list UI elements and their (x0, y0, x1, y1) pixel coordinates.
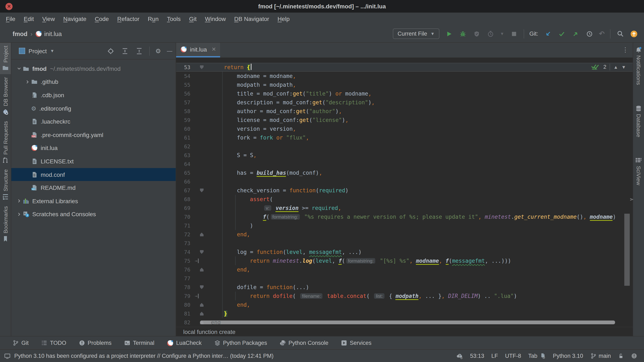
select-opened-file-button[interactable] (106, 47, 115, 55)
code-line-62[interactable]: 62 (176, 142, 633, 151)
code-line-74[interactable]: 74 log = function(level, messagefmt, ...… (176, 248, 633, 256)
profiler-button[interactable] (486, 29, 494, 38)
code-line-56[interactable]: 56 title = mod_conf:get("title") or modn… (176, 89, 633, 98)
panel-settings-gear-icon[interactable]: ⚙ (155, 47, 161, 55)
tool-stripe-bookmarks[interactable]: Bookmarks (0, 203, 11, 245)
inspections-widget[interactable]: 2 ▲ ▼ (591, 63, 626, 70)
fold-marker[interactable] (199, 65, 204, 69)
menu-refactor[interactable]: Refactor (113, 15, 144, 22)
run-with-coverage-button[interactable] (472, 29, 481, 38)
tool-button-luacheck[interactable]: LuaCheck (167, 340, 202, 346)
fold-marker[interactable] (199, 268, 204, 272)
interpreter-widget[interactable]: Python 3.10 (553, 353, 583, 359)
event-log-icon[interactable] (4, 353, 10, 359)
run-configuration-select[interactable]: Current File▼ (393, 28, 439, 39)
code-line-61[interactable]: 61 fork = fork or "flux", (176, 133, 633, 142)
code-line-72[interactable]: 72 end, (176, 230, 633, 239)
tool-stripe-notifications[interactable]: Notifications (633, 43, 644, 88)
tree-item-external-libraries[interactable]: External Libraries (11, 194, 176, 208)
tree-item-editorconfig[interactable]: ⚙ .editorconfig (11, 102, 176, 115)
tool-stripe-project[interactable]: Project (0, 43, 11, 74)
code-line-68[interactable]: 68 assert( (176, 195, 633, 204)
tool-stripe-structure[interactable]: Structure (0, 166, 11, 203)
tab-init-lua[interactable]: init.lua ✕ (176, 43, 220, 57)
tool-button-problems[interactable]: Problems (79, 340, 112, 346)
code-line-59[interactable]: 59 license = mod_conf:get("license"), (176, 116, 633, 124)
code-line-69[interactable]: 69 v: version >= required, (176, 204, 633, 212)
code-line-58[interactable]: 58 author = mod_conf:get("author"), (176, 107, 633, 116)
code-line-63[interactable]: 63 S = S, (176, 151, 633, 160)
code-line-66[interactable]: 66 (176, 177, 633, 186)
tool-button-python-packages[interactable]: Python Packages (214, 340, 267, 346)
code-line-73[interactable]: 73 (176, 239, 633, 248)
debug-button[interactable] (458, 29, 467, 38)
git-branch-widget[interactable]: main (590, 353, 611, 359)
menu-code[interactable]: Code (90, 15, 113, 22)
code-line-81[interactable]: 81 } (176, 309, 633, 318)
code-line-54[interactable]: 54 modname = modname, (176, 72, 633, 80)
tool-button-git[interactable]: Git (12, 340, 29, 346)
code-line-75[interactable]: 75 → return minetest.log(level, f(format… (176, 256, 633, 265)
fold-marker[interactable] (199, 285, 204, 289)
indent-widget[interactable]: Tab ⚙ (528, 353, 546, 359)
tree-item-fmod[interactable]: fmod ~/.minetest/mods.dev/fmod (11, 62, 176, 75)
git-push-button[interactable] (571, 29, 580, 38)
tool-stripe-pull-requests[interactable]: Pull Requests (0, 118, 11, 166)
code-line-70[interactable]: 70 f(formatstring: "%s requires a newer … (176, 212, 633, 221)
search-everywhere-button[interactable] (616, 29, 624, 38)
menu-view[interactable]: View (38, 15, 59, 22)
tree-item-readme-md[interactable]: MD README.md (11, 181, 176, 194)
menu-run[interactable]: Run (144, 15, 163, 22)
collapse-all-button[interactable] (135, 47, 143, 55)
code-line-60[interactable]: 60 version = version, (176, 124, 633, 133)
code-line-76[interactable]: 76 end, (176, 265, 633, 274)
prev-problem-chevron-up-icon[interactable]: ▲ (614, 64, 618, 69)
code-line-55[interactable]: 55 modpath = modpath, (176, 80, 633, 89)
menu-help[interactable]: Help (273, 15, 294, 22)
code-line-64[interactable]: 64 (176, 160, 633, 168)
fold-marker[interactable] (199, 189, 204, 192)
git-commit-button[interactable] (558, 29, 566, 38)
code-line-53[interactable]: 53 return { (176, 63, 633, 72)
lock-open-icon[interactable] (618, 353, 624, 359)
expand-all-button[interactable] (120, 47, 129, 55)
next-problem-chevron-down-icon[interactable]: ▼ (621, 64, 626, 69)
menu-edit[interactable]: Edit (20, 15, 38, 22)
tree-item-license-txt[interactable]: LICENSE.txt (11, 155, 176, 168)
menu-tools[interactable]: Tools (163, 15, 185, 22)
encoding-widget[interactable]: UTF-8 (505, 353, 521, 359)
run-button[interactable] (445, 29, 453, 38)
vertical-scrollbar[interactable] (624, 214, 630, 286)
caret-position-widget[interactable]: 53:13 (470, 353, 484, 359)
code-line-67[interactable]: 67 check_version = function(required) (176, 186, 633, 195)
ai-assistant-icon[interactable]: ?⚙ (456, 353, 463, 359)
tree-item-luacheckrc[interactable]: .luacheckrc (11, 115, 176, 128)
editor-breadcrumb[interactable]: local function create (176, 327, 633, 336)
code-line-78[interactable]: 78 dofile = function(...) (176, 283, 633, 292)
breadcrumb-file[interactable]: init.lua (36, 30, 62, 37)
tool-button-todo[interactable]: TODO (41, 340, 66, 346)
menu-db-navigator[interactable]: DB Navigator (230, 15, 273, 22)
code-line-65[interactable]: 65 has = build_has(mod_conf), (176, 168, 633, 177)
hide-panel-button[interactable]: — (167, 48, 172, 54)
menu-navigate[interactable]: Navigate (59, 15, 91, 22)
fold-marker[interactable] (199, 303, 204, 307)
tree-item-scratches-and-consoles[interactable]: Scratches and Consoles (11, 208, 176, 221)
line-ending-widget[interactable]: LF (492, 353, 498, 359)
tree-item-pre-commit-config-yaml[interactable]: YML .pre-commit-config.yaml (11, 128, 176, 141)
fold-marker[interactable] (199, 312, 204, 316)
code-line-79[interactable]: 79 → return dofile( filename: table.conc… (176, 292, 633, 300)
tree-item-cdb-json[interactable]: {..} .cdb.json (11, 88, 176, 102)
tree-item-init-lua[interactable]: init.lua (11, 141, 176, 155)
tool-stripe-db-browser[interactable]: DB Browser (0, 74, 11, 118)
status-message[interactable]: Python 3.10 has been configured as a pro… (14, 353, 274, 359)
history-button[interactable] (585, 29, 594, 38)
code-line-71[interactable]: 71 ) (176, 221, 633, 230)
tree-item-mod-conf[interactable]: mod.conf (11, 168, 176, 181)
fold-marker[interactable] (199, 250, 204, 254)
exclamation-circle-icon[interactable] (631, 353, 637, 359)
breadcrumb-project[interactable]: fmod (12, 30, 28, 37)
ide-update-button[interactable] (630, 29, 638, 38)
code-editor[interactable]: 53 return { 54 modname = modname, 55 mod… (176, 58, 633, 327)
tree-item-github[interactable]: .github (11, 75, 176, 88)
